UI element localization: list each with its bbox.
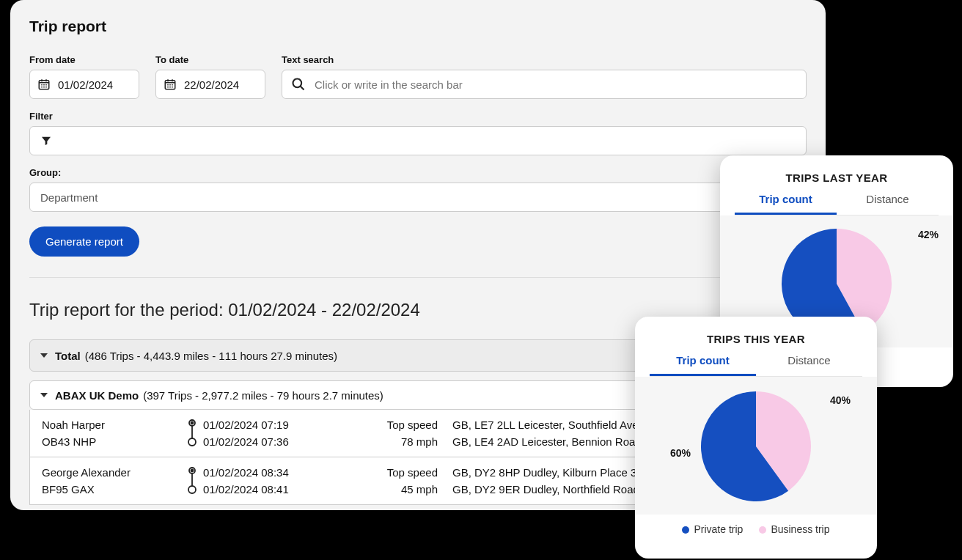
text-search-input-wrap[interactable] xyxy=(282,70,807,99)
legend-private: Private trip xyxy=(682,523,743,535)
route-icon xyxy=(186,466,198,495)
tab-trip-count[interactable]: Trip count xyxy=(735,193,837,215)
group-value: Department xyxy=(40,191,98,204)
svg-point-4 xyxy=(191,422,194,424)
widget-tabs: Trip count Distance xyxy=(735,193,939,215)
tab-trip-count[interactable]: Trip count xyxy=(650,354,756,376)
svg-point-7 xyxy=(191,470,194,472)
account-details: (397 Trips - 2,977.2 miles - 79 hours 2.… xyxy=(143,389,383,402)
widget-title: TRIPS LAST YEAR xyxy=(735,172,939,184)
legend-private-label: Private trip xyxy=(694,523,743,535)
page-title: Trip report xyxy=(29,18,807,35)
text-search-label: Text search xyxy=(282,54,807,65)
tab-distance[interactable]: Distance xyxy=(837,193,939,215)
speed-value: 45 mph xyxy=(350,483,438,495)
caret-down-icon xyxy=(40,353,48,358)
time-end: 01/02/2024 08:41 xyxy=(203,483,350,495)
driver-name: Noah Harper xyxy=(42,419,181,431)
from-date-label: From date xyxy=(29,54,139,65)
pct-business: 42% xyxy=(918,229,939,240)
account-label: ABAX UK Demo xyxy=(55,389,139,402)
from-date-value: 01/02/2024 xyxy=(58,78,113,91)
from-date-field: From date 01/02/2024 xyxy=(29,54,139,99)
plate: OB43 NHP xyxy=(42,435,181,448)
total-label: Total xyxy=(55,350,81,362)
group-select[interactable]: Department xyxy=(29,183,807,212)
text-search-input[interactable] xyxy=(315,78,797,91)
speed-value: 78 mph xyxy=(350,435,438,448)
filter-section: Filter xyxy=(29,111,807,155)
legend-dot-icon xyxy=(682,526,689,534)
to-date-value: 22/02/2024 xyxy=(184,78,239,91)
filter-input[interactable] xyxy=(29,126,807,155)
driver-name: George Alexander xyxy=(42,466,181,479)
group-label: Group: xyxy=(29,167,807,178)
text-search-field: Text search xyxy=(282,54,807,99)
filters-row: From date 01/02/2024 To date 22/02/2024 xyxy=(29,54,807,99)
divider xyxy=(29,277,807,278)
speed-label: Top speed xyxy=(350,419,438,431)
route-icon xyxy=(186,419,198,448)
pct-private: 60% xyxy=(670,447,691,459)
legend: Private trip Business trip xyxy=(650,523,862,535)
funnel-icon xyxy=(40,135,52,147)
tab-distance[interactable]: Distance xyxy=(756,354,862,376)
generate-report-button[interactable]: Generate report xyxy=(29,226,139,257)
time-start: 01/02/2024 07:19 xyxy=(203,419,350,431)
search-icon xyxy=(291,77,306,92)
plate: BF95 GAX xyxy=(42,483,181,495)
legend-dot-icon xyxy=(759,526,766,534)
legend-business-label: Business trip xyxy=(771,523,829,535)
pie-svg xyxy=(701,391,811,501)
calendar-icon xyxy=(164,78,177,91)
pie-chart: 40% 60% xyxy=(635,377,877,515)
to-date-field: To date 22/02/2024 xyxy=(155,54,265,99)
widget-tabs: Trip count Distance xyxy=(650,354,862,377)
time-start: 01/02/2024 08:34 xyxy=(203,466,350,479)
to-date-label: To date xyxy=(155,54,265,65)
total-details: (486 Trips - 4,443.9 miles - 111 hours 2… xyxy=(85,350,337,362)
svg-point-2 xyxy=(293,79,302,88)
from-date-input[interactable]: 01/02/2024 xyxy=(29,70,139,99)
period-range: 01/02/2024 - 22/02/2024 xyxy=(228,300,420,320)
widget-trips-this-year: TRIPS THIS YEAR Trip count Distance 40% … xyxy=(635,317,877,559)
time-end: 01/02/2024 07:36 xyxy=(203,435,350,448)
group-section: Group: Department xyxy=(29,167,807,212)
caret-down-icon xyxy=(40,393,48,397)
widget-title: TRIPS THIS YEAR xyxy=(650,333,862,345)
pct-business: 40% xyxy=(830,394,851,406)
calendar-icon xyxy=(37,78,51,91)
svg-point-8 xyxy=(188,486,196,493)
period-prefix: Trip report for the period: xyxy=(29,300,228,320)
legend-business: Business trip xyxy=(759,523,829,535)
to-date-input[interactable]: 22/02/2024 xyxy=(155,70,265,99)
filter-label: Filter xyxy=(29,111,807,122)
speed-label: Top speed xyxy=(350,466,438,479)
svg-point-5 xyxy=(188,438,196,446)
